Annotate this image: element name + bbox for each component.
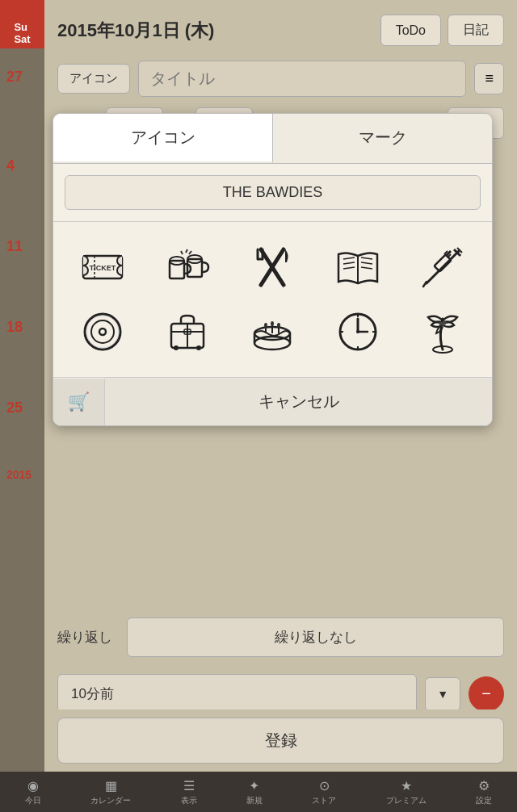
nav-display-label: 表示	[181, 795, 197, 806]
svg-line-22	[427, 251, 459, 283]
svg-line-26	[423, 282, 427, 287]
svg-line-20	[361, 262, 372, 264]
svg-line-7	[186, 249, 187, 253]
cal-num-18: 18	[6, 319, 23, 336]
cake-icon-cell[interactable]	[230, 299, 315, 364]
top-bar: 2015年10月1日 (木) ToDo 日記	[44, 0, 517, 54]
repeat-row: 繰り返し 繰り返しなし	[44, 608, 517, 667]
suitcase-icon	[165, 309, 210, 354]
calendar-day-label: SuSat	[14, 21, 30, 45]
svg-line-21	[361, 267, 372, 269]
svg-point-61	[443, 321, 447, 325]
nav-today[interactable]: ◉ 今日	[25, 778, 41, 806]
nav-calendar[interactable]: ▦ カレンダー	[90, 778, 131, 806]
svg-line-19	[361, 257, 372, 259]
nav-premium-label: プレミアム	[386, 795, 427, 806]
svg-line-16	[343, 257, 355, 259]
book-icon	[335, 245, 380, 290]
top-bar-buttons: ToDo 日記	[380, 15, 504, 46]
dropdown-button[interactable]: ▼	[425, 677, 460, 711]
picker-bottom: 🛒 キャンセル	[53, 377, 492, 425]
beer-icon	[165, 245, 210, 290]
picker-tabs: アイコン マーク	[53, 114, 492, 164]
list-icon-button[interactable]: ≡	[474, 63, 504, 94]
ticket-icon: TICKET	[80, 245, 125, 290]
nav-calendar-label: カレンダー	[90, 795, 131, 806]
diary-button[interactable]: 日記	[448, 15, 504, 46]
syringe-icon-cell[interactable]	[401, 235, 485, 299]
nav-today-label: 今日	[25, 795, 41, 806]
cal-num-27: 27	[6, 69, 23, 86]
display-icon: ☰	[183, 778, 195, 793]
book-icon-cell[interactable]	[315, 235, 400, 299]
cd-icon	[80, 309, 125, 354]
ticket-icon-cell[interactable]: TICKET	[60, 235, 145, 299]
palmtree-icon	[420, 309, 465, 354]
svg-point-38	[196, 345, 201, 350]
calendar-header: SuSat	[0, 0, 44, 48]
svg-point-50	[277, 323, 280, 328]
tab-mark[interactable]: マーク	[273, 114, 492, 163]
beer-icon-cell[interactable]	[145, 235, 229, 299]
fork-knife-icon-cell[interactable]	[230, 235, 315, 299]
svg-point-32	[99, 329, 106, 335]
cart-button[interactable]: 🛒	[53, 379, 105, 425]
cal-num-25: 25	[6, 400, 23, 416]
calendar-icon: ▦	[105, 778, 117, 793]
svg-point-37	[174, 345, 179, 350]
nav-settings[interactable]: ⚙ 設定	[476, 778, 492, 806]
nav-display[interactable]: ☰ 表示	[181, 778, 197, 806]
register-row: 登録	[44, 709, 517, 772]
svg-point-30	[85, 314, 120, 349]
register-button[interactable]: 登録	[57, 718, 504, 764]
notification-value: 10分前	[57, 674, 417, 714]
nav-new-label: 新規	[246, 795, 263, 806]
title-row: アイコン ≡	[44, 52, 517, 105]
svg-text:TICKET: TICKET	[89, 264, 116, 272]
cal-num-11: 11	[6, 238, 23, 255]
syringe-icon	[420, 245, 465, 290]
nav-premium[interactable]: ★ プレミアム	[386, 778, 427, 806]
minus-button[interactable]: −	[469, 676, 504, 712]
repeat-button[interactable]: 繰り返しなし	[127, 617, 504, 657]
list-icon: ≡	[485, 70, 494, 86]
cal-num-year: 2015	[6, 468, 32, 481]
store-icon: ⊙	[319, 778, 330, 793]
suitcase-icon-cell[interactable]	[145, 299, 229, 364]
tab-icon[interactable]: アイコン	[53, 114, 273, 163]
band-name-row: THE BAWDIES	[53, 164, 492, 222]
nav-store-label: ストア	[312, 795, 336, 806]
clock-icon-cell[interactable]	[315, 299, 400, 364]
nav-store[interactable]: ⊙ ストア	[312, 778, 336, 806]
date-display: 2015年10月1日 (木)	[57, 19, 214, 43]
bottom-nav: ◉ 今日 ▦ カレンダー ☰ 表示 ✦ 新規 ⊙ ストア ★ プレミアム ⚙ 設…	[0, 772, 517, 812]
repeat-label: 繰り返し	[57, 628, 114, 647]
svg-line-8	[189, 251, 191, 254]
cart-icon: 🛒	[68, 391, 90, 412]
palmtree-icon-cell[interactable]	[401, 299, 485, 364]
cake-icon	[250, 309, 295, 354]
nav-new[interactable]: ✦ 新規	[246, 778, 263, 806]
new-icon: ✦	[249, 778, 259, 793]
cal-num-4: 4	[6, 157, 15, 174]
clock-icon	[335, 309, 380, 354]
fork-knife-icon	[250, 245, 295, 290]
icons-grid: TICKET	[53, 222, 492, 377]
svg-line-9	[181, 251, 183, 254]
title-input[interactable]	[138, 61, 466, 97]
settings-icon: ⚙	[478, 778, 490, 793]
band-name-button[interactable]: THE BAWDIES	[65, 175, 481, 210]
icon-select-button[interactable]: アイコン	[57, 64, 130, 94]
svg-point-31	[91, 320, 114, 343]
svg-point-49	[271, 321, 274, 326]
svg-point-48	[264, 323, 267, 328]
cd-icon-cell[interactable]	[60, 299, 145, 364]
today-icon: ◉	[27, 778, 39, 793]
nav-settings-label: 設定	[476, 795, 492, 806]
premium-icon: ★	[401, 778, 412, 793]
cancel-button[interactable]: キャンセル	[105, 378, 492, 425]
svg-line-17	[343, 262, 355, 264]
todo-button[interactable]: ToDo	[380, 15, 441, 46]
svg-line-18	[343, 267, 355, 269]
calendar-sidebar: SuSat 27 4 11 18 25 2015	[0, 0, 44, 565]
